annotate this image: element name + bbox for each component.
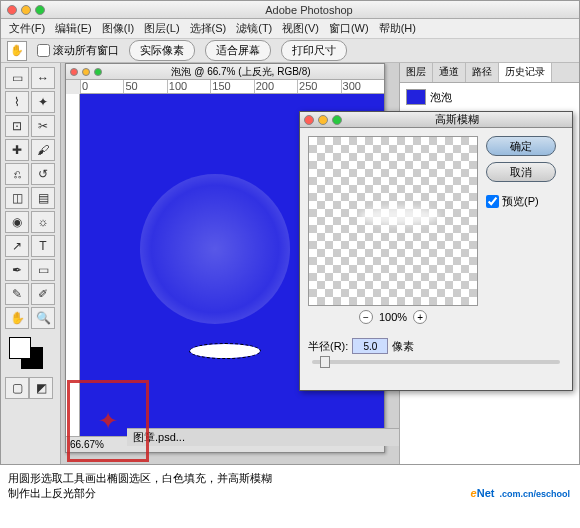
menu-help[interactable]: 帮助(H) (375, 19, 420, 38)
fit-screen-button[interactable]: 适合屏幕 (205, 40, 271, 61)
slider-thumb-icon[interactable] (320, 356, 330, 368)
color-swatch[interactable] (5, 337, 56, 373)
zoom-out-button[interactable]: − (359, 310, 373, 324)
dialog-close-icon[interactable] (304, 115, 314, 125)
eraser-tool-icon[interactable]: ◫ (5, 187, 29, 209)
history-label: 泡泡 (430, 90, 452, 105)
watermark-stamp: ✦ (67, 380, 149, 462)
gaussian-blur-dialog: 高斯模糊 − 100% + 确定 取消 预览(P) (299, 111, 573, 391)
preview-checkbox[interactable]: 预览(P) (486, 194, 556, 209)
options-bar: ✋ 滚动所有窗口 实际像素 适合屏幕 打印尺寸 (1, 39, 579, 63)
app-title: Adobe Photoshop (45, 4, 573, 16)
scroll-all-checkbox[interactable]: 滚动所有窗口 (37, 43, 119, 58)
hand-tool-icon[interactable]: ✋ (7, 41, 27, 61)
bubble-shape (140, 174, 290, 324)
zoom-in-button[interactable]: + (413, 310, 427, 324)
enet-logo: eNet .com.cn/eschool (471, 479, 570, 504)
zoom-value: 100% (379, 311, 407, 323)
history-item[interactable]: 泡泡 (404, 87, 575, 107)
menu-image[interactable]: 图像(I) (98, 19, 138, 38)
doc-title: 泡泡 @ 66.7% (上反光, RGB/8) (102, 65, 380, 79)
minimize-icon[interactable] (21, 5, 31, 15)
tutorial-caption: 用圆形选取工具画出椭圆选区，白色填充，并高斯模糊 制作出上反光部分 eNet .… (0, 465, 580, 508)
blur-tool-icon[interactable]: ◉ (5, 211, 29, 233)
menu-filter[interactable]: 滤镜(T) (232, 19, 276, 38)
menu-window[interactable]: 窗口(W) (325, 19, 373, 38)
tab-channels[interactable]: 通道 (433, 63, 466, 82)
ruler-horizontal: 0 50 100 150 200 250 300 (80, 80, 384, 94)
wand-tool-icon[interactable]: ✦ (31, 91, 55, 113)
tab-layers[interactable]: 图层 (400, 63, 433, 82)
dodge-tool-icon[interactable]: ☼ (31, 211, 55, 233)
ok-button[interactable]: 确定 (486, 136, 556, 156)
notes-tool-icon[interactable]: ✎ (5, 283, 29, 305)
menu-edit[interactable]: 编辑(E) (51, 19, 96, 38)
dialog-min-icon[interactable] (318, 115, 328, 125)
heal-tool-icon[interactable]: ✚ (5, 139, 29, 161)
menubar: 文件(F) 编辑(E) 图像(I) 图层(L) 选择(S) 滤镜(T) 视图(V… (1, 19, 579, 39)
fg-color-icon[interactable] (9, 337, 31, 359)
app-titlebar: Adobe Photoshop (1, 1, 579, 19)
doc-max-icon[interactable] (94, 68, 102, 76)
cancel-button[interactable]: 取消 (486, 162, 556, 182)
radius-label: 半径(R): (308, 339, 348, 354)
eyedrop-tool-icon[interactable]: ✐ (31, 283, 55, 305)
zoom-tool-icon[interactable]: 🔍 (31, 307, 55, 329)
close-icon[interactable] (7, 5, 17, 15)
toolbox: ▭↔ ⌇✦ ⊡✂ ✚🖌 ⎌↺ ◫▤ ◉☼ ↗T ✒▭ ✎✐ ✋🔍 ▢ ◩ (1, 63, 61, 464)
menu-layer[interactable]: 图层(L) (140, 19, 183, 38)
dialog-title: 高斯模糊 (342, 112, 572, 127)
tab-history[interactable]: 历史记录 (499, 63, 552, 82)
standard-mode-icon[interactable]: ▢ (5, 377, 29, 399)
dialog-max-icon[interactable] (332, 115, 342, 125)
preview-input[interactable] (486, 195, 499, 208)
actual-pixels-button[interactable]: 实际像素 (129, 40, 195, 61)
move-tool-icon[interactable]: ↔ (31, 67, 55, 89)
ellipse-selection (190, 344, 260, 358)
blur-preview[interactable] (308, 136, 478, 306)
hand-tool-icon[interactable]: ✋ (5, 307, 29, 329)
print-size-button[interactable]: 打印尺寸 (281, 40, 347, 61)
radius-input[interactable] (352, 338, 388, 354)
path-tool-icon[interactable]: ↗ (5, 235, 29, 257)
radius-slider[interactable] (312, 360, 560, 364)
history-brush-icon[interactable]: ↺ (31, 163, 55, 185)
stamp-tool-icon[interactable]: ⎌ (5, 163, 29, 185)
doc-tab-bar: 图章.psd... (127, 428, 399, 446)
zoom-icon[interactable] (35, 5, 45, 15)
preview-blur-shape (359, 207, 439, 225)
doc-min-icon[interactable] (82, 68, 90, 76)
preview-label: 预览(P) (502, 194, 539, 209)
shape-tool-icon[interactable]: ▭ (31, 259, 55, 281)
menu-view[interactable]: 视图(V) (278, 19, 323, 38)
scroll-all-input[interactable] (37, 44, 50, 57)
menu-file[interactable]: 文件(F) (5, 19, 49, 38)
history-thumb-icon (406, 89, 426, 105)
scroll-all-label: 滚动所有窗口 (53, 43, 119, 58)
marquee-tool-icon[interactable]: ▭ (5, 67, 29, 89)
menu-select[interactable]: 选择(S) (186, 19, 231, 38)
pen-tool-icon[interactable]: ✒ (5, 259, 29, 281)
crop-tool-icon[interactable]: ⊡ (5, 115, 29, 137)
brush-tool-icon[interactable]: 🖌 (31, 139, 55, 161)
lasso-tool-icon[interactable]: ⌇ (5, 91, 29, 113)
tab-paths[interactable]: 路径 (466, 63, 499, 82)
slice-tool-icon[interactable]: ✂ (31, 115, 55, 137)
radius-unit: 像素 (392, 339, 414, 354)
gradient-tool-icon[interactable]: ▤ (31, 187, 55, 209)
doc-close-icon[interactable] (70, 68, 78, 76)
quickmask-mode-icon[interactable]: ◩ (29, 377, 53, 399)
type-tool-icon[interactable]: T (31, 235, 55, 257)
